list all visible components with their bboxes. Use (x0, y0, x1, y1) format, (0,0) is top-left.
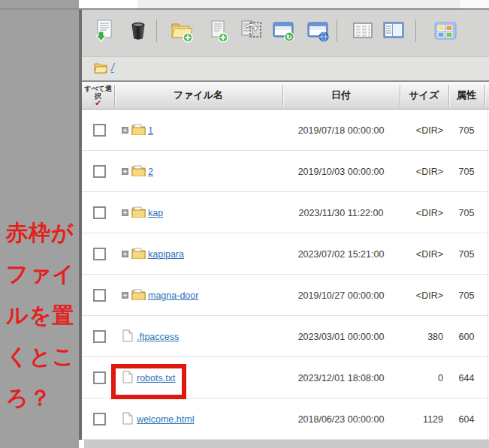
table-row: 1 2019/07/18 00:00:00 <DIR> 705 r (82, 110, 489, 151)
folder-icon (131, 124, 146, 138)
bottom-bar (84, 440, 489, 448)
file-date: 2023/11/30 11:22:00 (282, 208, 400, 218)
svg-text:↻: ↻ (286, 33, 292, 41)
move-button[interactable] (239, 19, 264, 46)
table-row: magna-door 2019/10/27 00:00:00 <DIR> 705… (82, 275, 489, 316)
file-size: 0 (400, 373, 443, 383)
file-size: <DIR> (400, 290, 443, 301)
file-icon (122, 412, 133, 428)
reload-window-icon: ↻ (271, 35, 297, 47)
open-in-browser-button[interactable] (306, 19, 331, 46)
breadcrumb-root-link[interactable]: / (111, 62, 114, 74)
top-strip-segment (79, 0, 137, 8)
row-checkbox[interactable] (93, 206, 106, 219)
table-row: kapipara 2023/07/02 15:21:00 <DIR> 705 r (82, 233, 489, 275)
annotation-red-box (111, 364, 186, 399)
row-checkbox[interactable] (93, 413, 106, 425)
column-header-date[interactable]: 日付 (282, 82, 400, 109)
thumbnail-view-button[interactable] (433, 19, 458, 46)
file-date: 2019/10/27 00:00:00 (282, 290, 400, 301)
file-attr: 705 (448, 167, 484, 177)
upload-button[interactable] (92, 19, 118, 46)
new-file-icon (207, 35, 231, 47)
expand-plus-icon[interactable] (122, 251, 128, 257)
select-all-check-icon: ✔ (95, 100, 101, 107)
expand-plus-icon[interactable] (122, 127, 128, 134)
file-size: <DIR> (400, 208, 443, 218)
file-size: <DIR> (400, 249, 443, 260)
column-header-size[interactable]: サイズ (400, 82, 448, 109)
folder-icon (131, 248, 146, 262)
file-date: 2018/06/23 00:00:00 (282, 414, 400, 425)
file-name-link[interactable]: .ftpaccess (137, 332, 179, 342)
table-row: welcome.html 2018/06/23 00:00:00 1129 60… (82, 398, 489, 440)
file-attr: 705 (448, 208, 484, 218)
new-file-button[interactable] (206, 19, 231, 46)
top-strip-segment (460, 0, 489, 8)
file-date: 2019/07/18 00:00:00 (282, 125, 400, 136)
file-name-link[interactable]: magna-door (148, 290, 198, 301)
browser-window-icon (306, 35, 331, 47)
row-checkbox[interactable] (93, 124, 106, 137)
list-view-icon (351, 35, 375, 47)
column-header-filename[interactable]: ファイル名 (114, 82, 282, 109)
toolbar-separator (156, 20, 157, 42)
file-name-link[interactable]: kapipara (148, 249, 184, 260)
file-attr: 604 (448, 414, 484, 425)
row-checkbox[interactable] (93, 289, 106, 302)
trash-icon (126, 35, 150, 47)
annotation-line: 赤枠が (6, 218, 81, 248)
select-all-header[interactable]: すべて選択 ✔ (82, 82, 114, 109)
header-separator (484, 85, 485, 106)
new-folder-button[interactable] (169, 19, 195, 46)
annotation-line: ファイ (6, 260, 81, 290)
annotation-line: ルを置 (6, 301, 81, 331)
file-name-link[interactable]: 2 (148, 167, 153, 177)
file-size: <DIR> (400, 167, 443, 177)
table-header: すべて選択 ✔ ファイル名 日付 サイズ 属性 (82, 81, 489, 110)
file-attr: 644 (448, 373, 484, 383)
row-checkbox[interactable] (93, 330, 106, 343)
file-date: 2023/07/02 15:21:00 (282, 249, 400, 260)
new-folder-icon (169, 35, 195, 47)
table-row: .ftpaccess 2023/03/01 00:00:00 380 600 r (82, 316, 489, 357)
expand-plus-icon[interactable] (122, 168, 128, 175)
file-attr: 705 (448, 125, 484, 136)
split-view-icon (382, 35, 406, 47)
toolbar-separator (337, 20, 337, 42)
file-name-link[interactable]: kap (148, 208, 163, 218)
row-checkbox[interactable] (93, 371, 106, 384)
annotation-line: ろ？ (6, 383, 81, 413)
file-date: 2023/12/01 18:08:00 (282, 373, 400, 383)
split-view-button[interactable] (381, 19, 406, 46)
upload-icon (93, 35, 117, 47)
top-strip (79, 0, 489, 8)
file-date: 2019/10/03 00:00:00 (282, 167, 400, 177)
folder-icon (131, 165, 146, 179)
toolbar: ↻ (82, 10, 489, 56)
expand-plus-icon[interactable] (122, 209, 128, 216)
row-checkbox[interactable] (93, 248, 106, 260)
folder-icon (131, 206, 146, 221)
breadcrumb-folder-icon (94, 62, 107, 77)
column-header-attr[interactable]: 属性 (448, 82, 484, 109)
file-name-link[interactable]: 1 (148, 125, 153, 136)
toolbar-separator (415, 20, 416, 42)
folder-icon (131, 289, 146, 303)
breadcrumb: / (82, 56, 489, 81)
thumbnail-view-icon (433, 35, 457, 47)
reload-window-button[interactable]: ↻ (271, 19, 297, 46)
file-attr: 705 (448, 290, 484, 301)
list-view-button[interactable] (350, 19, 376, 46)
expand-plus-icon[interactable] (122, 292, 128, 299)
row-checkbox[interactable] (93, 165, 106, 178)
file-attr: 705 (448, 249, 484, 260)
delete-button[interactable] (125, 19, 151, 46)
top-strip-segment (137, 0, 460, 8)
file-name-link[interactable]: welcome.html (137, 414, 194, 425)
table-row: 2 2019/10/03 00:00:00 <DIR> 705 r (82, 151, 489, 192)
file-date: 2023/03/01 00:00:00 (282, 332, 400, 342)
move-icon (239, 35, 264, 47)
table-row: kap 2023/11/30 11:22:00 <DIR> 705 r (82, 192, 489, 233)
file-size: 380 (400, 332, 443, 342)
